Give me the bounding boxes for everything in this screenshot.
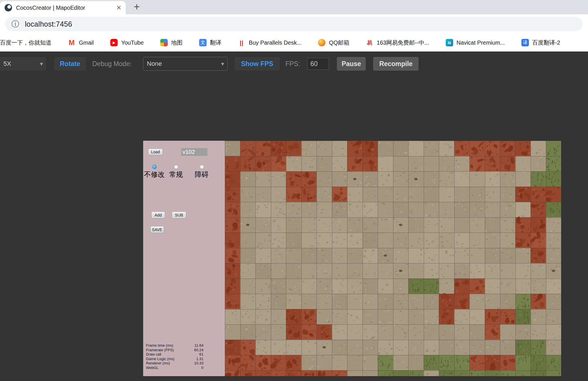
address-toolbar: ⓘ localhost:7456 (0, 14, 588, 34)
profiler-label: Framerate (FPS) (146, 348, 174, 352)
radio-unselected-icon[interactable] (200, 165, 204, 169)
profiler-label: Renderer (ms) (146, 361, 170, 366)
bookmark-item-5[interactable]: ||Buy Parallels Desk... (238, 39, 302, 46)
address-text: localhost:7456 (25, 20, 72, 28)
bookmark-item-7[interactable]: 易163网易免费邮--中... (366, 39, 429, 47)
gmail-icon: M (68, 39, 75, 46)
qq-mail-icon (318, 39, 325, 46)
bookmark-label: 翻译 (210, 39, 221, 47)
save-button[interactable]: SAVE (150, 226, 164, 233)
profiler-value: 11.64 (194, 343, 203, 348)
rotate-button[interactable]: Rotate (54, 57, 86, 71)
profiler-value: 1.31 (196, 357, 203, 361)
page-content: 5X ▾ Rotate Debug Mode: None ▾ Show FPS … (0, 51, 588, 381)
version-input[interactable] (181, 148, 207, 156)
maps-icon (160, 39, 168, 46)
profiler-value: 60.24 (194, 348, 203, 352)
baidu-translate-icon: 译 (521, 39, 529, 46)
profiler-label: WebGL (146, 366, 159, 370)
radio-label: 障碍 (195, 170, 209, 179)
pause-button[interactable]: Pause (337, 57, 366, 71)
parallels-icon: || (238, 39, 245, 46)
browser-chrome: CocosCreator | MapoEditor × + ⓘ localhos… (0, 0, 588, 51)
radio-label: 不修改 (144, 170, 165, 179)
recompile-button[interactable]: Recompile (373, 57, 419, 71)
profiler-value: 61 (199, 352, 203, 357)
bookmark-item-4[interactable]: 文翻译 (199, 39, 221, 47)
profiler-row: Framerate (FPS)60.24 (146, 348, 203, 352)
load-button[interactable]: Load (148, 148, 163, 155)
bookmark-label: Navicat Premium... (457, 39, 505, 46)
zoom-select-value: 5X (3, 60, 11, 68)
profiler-row: Game Logic (ms)1.31 (146, 357, 203, 361)
bookmark-label: Buy Parallels Desk... (249, 39, 302, 46)
debug-mode-value: None (147, 60, 162, 68)
chevron-down-icon: ▾ (40, 60, 43, 67)
radio-label: 常规 (169, 170, 183, 179)
debug-mode-select[interactable]: None ▾ (143, 57, 228, 71)
bookmark-item-9[interactable]: 译百度翻译-2 (521, 39, 560, 47)
bookmark-item-6[interactable]: QQ邮箱 (318, 39, 349, 47)
bookmark-label: Gmail (79, 39, 94, 46)
browser-tab[interactable]: CocosCreator | MapoEditor × (0, 1, 126, 14)
game-toolbar: 5X ▾ Rotate Debug Mode: None ▾ Show FPS … (0, 55, 588, 72)
profiler-stats: Frame time (ms)11.64Framerate (FPS)60.24… (146, 343, 203, 370)
show-fps-button[interactable]: Show FPS (234, 57, 280, 71)
radio-selected-icon[interactable] (152, 165, 157, 169)
profiler-label: Draw call (146, 352, 161, 357)
bookmark-item-3[interactable]: 地图 (160, 39, 183, 47)
bookmark-item-1[interactable]: MGmail (68, 39, 94, 46)
info-icon[interactable]: ⓘ (11, 20, 19, 28)
fps-input[interactable] (307, 58, 329, 70)
tab-strip: CocosCreator | MapoEditor × + (0, 0, 588, 14)
tab-close-icon[interactable]: × (117, 4, 121, 12)
bookmark-item-2[interactable]: ▶YouTube (110, 39, 144, 46)
game-viewport: Load 不修改常规障碍 Add SUB SAVE Frame time (ms… (143, 141, 561, 376)
fps-label: FPS: (285, 60, 300, 68)
translate-icon: 文 (199, 39, 207, 46)
brush-mode-radios: 不修改常规障碍 (143, 165, 225, 179)
bookmark-label: YouTube (121, 39, 144, 46)
editor-panel: Load 不修改常规障碍 Add SUB SAVE Frame time (ms… (143, 141, 225, 376)
cocos-favicon-icon (5, 4, 12, 11)
debug-mode-label: Debug Mode: (92, 60, 132, 68)
bookmark-item-0[interactable]: 百度一下，你就知道 (0, 39, 51, 47)
profiler-value: 10.33 (194, 361, 203, 366)
bookmark-label: 百度翻译-2 (532, 39, 560, 47)
radio-unselected-icon[interactable] (174, 165, 178, 169)
profiler-label: Frame time (ms) (146, 343, 173, 348)
add-button[interactable]: Add (151, 211, 165, 219)
bookmark-label: 163网易免费邮--中... (377, 39, 429, 47)
profiler-value: 0 (201, 366, 203, 370)
tilemap-canvas[interactable] (225, 141, 561, 376)
radio-option-0[interactable]: 不修改 (143, 165, 165, 179)
profiler-row: Frame time (ms)11.64 (146, 343, 203, 348)
navicat-icon: N (446, 39, 453, 46)
bookmark-label: 百度一下，你就知道 (0, 39, 51, 47)
radio-option-2[interactable]: 障碍 (191, 165, 212, 179)
bookmark-item-8[interactable]: NNavicat Premium... (446, 39, 505, 46)
profiler-row: WebGL0 (146, 366, 203, 370)
profiler-label: Game Logic (ms) (146, 357, 175, 361)
youtube-icon: ▶ (110, 39, 118, 46)
address-bar[interactable]: ⓘ localhost:7456 (5, 17, 583, 31)
sub-button[interactable]: SUB (172, 211, 186, 219)
zoom-select[interactable]: 5X ▾ (0, 57, 46, 71)
chevron-down-icon: ▾ (221, 60, 224, 67)
bookmark-label: QQ邮箱 (329, 39, 349, 47)
radio-option-1[interactable]: 常规 (166, 165, 186, 179)
netease-icon: 易 (366, 39, 373, 46)
profiler-row: Renderer (ms)10.33 (146, 361, 203, 366)
tab-title: CocosCreator | MapoEditor (16, 5, 114, 11)
bookmarks-bar: 百度一下，你就知道MGmail▶YouTube地图文翻译||Buy Parall… (0, 34, 588, 51)
bookmark-label: 地图 (171, 39, 183, 47)
new-tab-button[interactable]: + (134, 2, 140, 12)
profiler-row: Draw call61 (146, 352, 203, 357)
